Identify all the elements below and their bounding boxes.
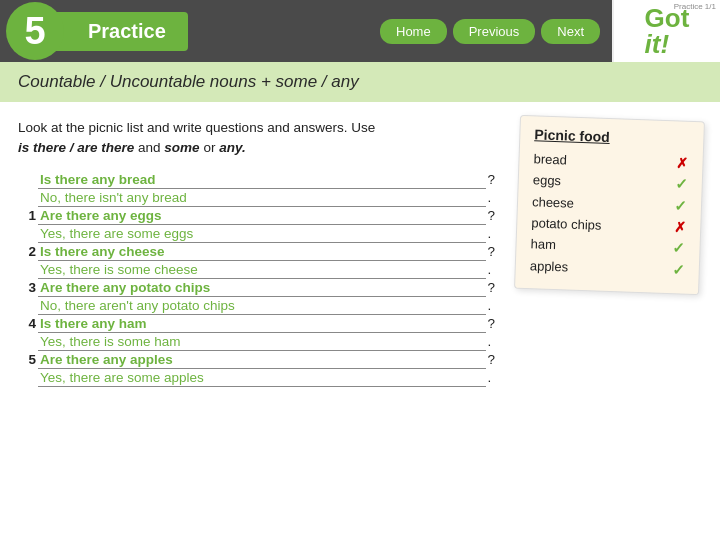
answer-punctuation: . <box>486 261 507 279</box>
answer-punctuation: . <box>486 333 507 351</box>
answer-num <box>18 333 38 351</box>
picnic-item: bread ✗ <box>533 150 688 171</box>
exercise-question-row: Is there any bread ? <box>18 171 507 189</box>
picnic-items: bread ✗ eggs ✓ cheese ✓ potato chips ✗ h… <box>530 150 689 279</box>
number-text: 5 <box>24 10 45 53</box>
exercise-question: Are there any potato chips <box>38 279 486 297</box>
exercise-question-row: 2 Is there any cheese ? <box>18 243 507 261</box>
answer-num <box>18 261 38 279</box>
section-bar: Countable / Uncountable nouns + some / a… <box>0 62 720 102</box>
exercise-answer-row: Yes, there are some eggs . <box>18 225 507 243</box>
home-button[interactable]: Home <box>380 19 447 44</box>
picnic-item-status: ✗ <box>676 155 689 171</box>
next-button[interactable]: Next <box>541 19 600 44</box>
number-badge: 5 <box>6 2 64 60</box>
picnic-item: eggs ✓ <box>533 170 689 193</box>
exercise-answer: No, there isn't any bread <box>38 189 486 207</box>
picnic-item-name: apples <box>530 258 569 274</box>
previous-button[interactable]: Previous <box>453 19 536 44</box>
instruction: Look at the picnic list and write questi… <box>18 118 507 157</box>
exercise-answer: Yes, there is some ham <box>38 333 486 351</box>
answer-num <box>18 225 38 243</box>
picnic-item: potato chips ✗ <box>531 214 686 235</box>
exercise-question-row: 5 Are there any apples ? <box>18 351 507 369</box>
exercise-question-row: 1 Are there any eggs ? <box>18 207 507 225</box>
got-it-logo: Practice 1/1 Got it! <box>612 0 720 62</box>
answer-num <box>18 297 38 315</box>
it-text: it! <box>645 29 670 59</box>
exercise-answer-row: No, there isn't any bread . <box>18 189 507 207</box>
exercise-answer-row: Yes, there is some ham . <box>18 333 507 351</box>
question-punctuation: ? <box>486 243 507 261</box>
exercise-question: Is there any ham <box>38 315 486 333</box>
exercise-number: 4 <box>18 315 38 333</box>
exercise-number: 1 <box>18 207 38 225</box>
question-punctuation: ? <box>486 171 507 189</box>
answer-punctuation: . <box>486 297 507 315</box>
exercise-number: 3 <box>18 279 38 297</box>
exercise-question: Are there any eggs <box>38 207 486 225</box>
exercise-table: Is there any bread ? No, there isn't any… <box>18 171 507 387</box>
got-it-text: Got it! <box>645 3 690 59</box>
exercise-number: 2 <box>18 243 38 261</box>
exercise-number: 5 <box>18 351 38 369</box>
section-title-italic: some / any <box>276 72 359 91</box>
picnic-title: Picnic food <box>534 126 689 147</box>
picnic-item-status: ✗ <box>674 219 687 235</box>
exercise-question: Is there any cheese <box>38 243 486 261</box>
exercise-answer-row: Yes, there are some apples . <box>18 369 507 387</box>
answer-num <box>18 189 38 207</box>
exercise-question: Is there any bread <box>38 171 486 189</box>
picnic-item-name: potato chips <box>531 215 602 232</box>
practice-label: Practice <box>48 12 188 51</box>
left-panel: Look at the picnic list and write questi… <box>18 118 507 387</box>
page-indicator: Practice 1/1 <box>674 2 716 11</box>
picnic-item-status: ✓ <box>674 197 688 215</box>
picnic-item-status: ✓ <box>674 175 688 193</box>
nav-buttons: Home Previous Next <box>380 19 600 44</box>
exercise-answer: Yes, there are some eggs <box>38 225 486 243</box>
exercise-number <box>18 171 38 189</box>
exercise-answer-row: No, there aren't any potato chips . <box>18 297 507 315</box>
answer-punctuation: . <box>486 225 507 243</box>
header: 5 Practice Home Previous Next Practice 1… <box>0 0 720 62</box>
answer-num <box>18 369 38 387</box>
question-punctuation: ? <box>486 351 507 369</box>
answer-punctuation: . <box>486 369 507 387</box>
picnic-card: Picnic food bread ✗ eggs ✓ cheese ✓ pota… <box>514 115 705 295</box>
picnic-item: cheese ✓ <box>532 192 688 215</box>
exercise-answer: Yes, there are some apples <box>38 369 486 387</box>
picnic-item-name: eggs <box>533 172 562 188</box>
exercise-question-row: 4 Is there any ham ? <box>18 315 507 333</box>
picnic-item: apples ✓ <box>530 256 686 279</box>
question-punctuation: ? <box>486 315 507 333</box>
picnic-item-status: ✓ <box>672 239 686 257</box>
picnic-item-name: ham <box>530 236 556 252</box>
picnic-item-name: bread <box>533 151 567 167</box>
exercise-answer-row: Yes, there is some cheese . <box>18 261 507 279</box>
picnic-item: ham ✓ <box>530 234 686 257</box>
answer-punctuation: . <box>486 189 507 207</box>
section-title-plain: Countable / Uncountable nouns + <box>18 72 276 91</box>
exercise-question-row: 3 Are there any potato chips ? <box>18 279 507 297</box>
exercise-question: Are there any apples <box>38 351 486 369</box>
exercise-answer: Yes, there is some cheese <box>38 261 486 279</box>
question-punctuation: ? <box>486 279 507 297</box>
picnic-item-status: ✓ <box>671 261 685 279</box>
main-content: Look at the picnic list and write questi… <box>0 102 720 397</box>
picnic-item-name: cheese <box>532 194 574 210</box>
question-punctuation: ? <box>486 207 507 225</box>
exercise-answer: No, there aren't any potato chips <box>38 297 486 315</box>
